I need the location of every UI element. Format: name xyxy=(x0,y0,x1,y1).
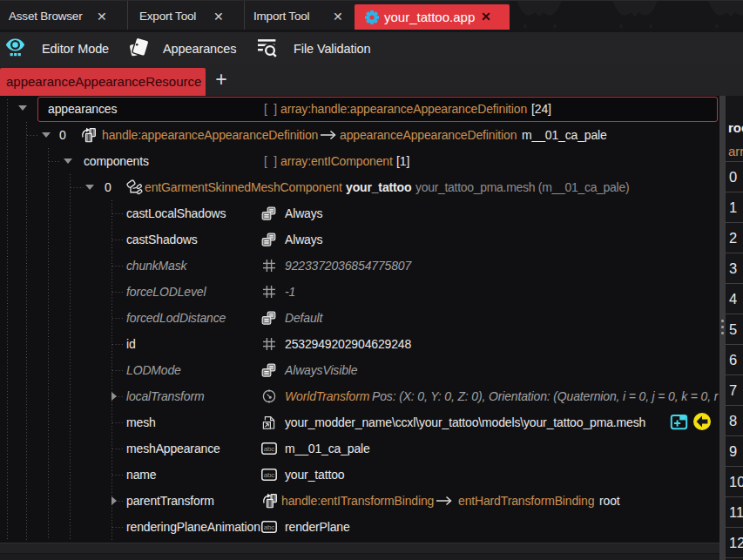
svg-text:abc: abc xyxy=(264,523,275,531)
svg-text:abc: abc xyxy=(264,471,275,479)
svg-text:abc: abc xyxy=(264,445,275,453)
